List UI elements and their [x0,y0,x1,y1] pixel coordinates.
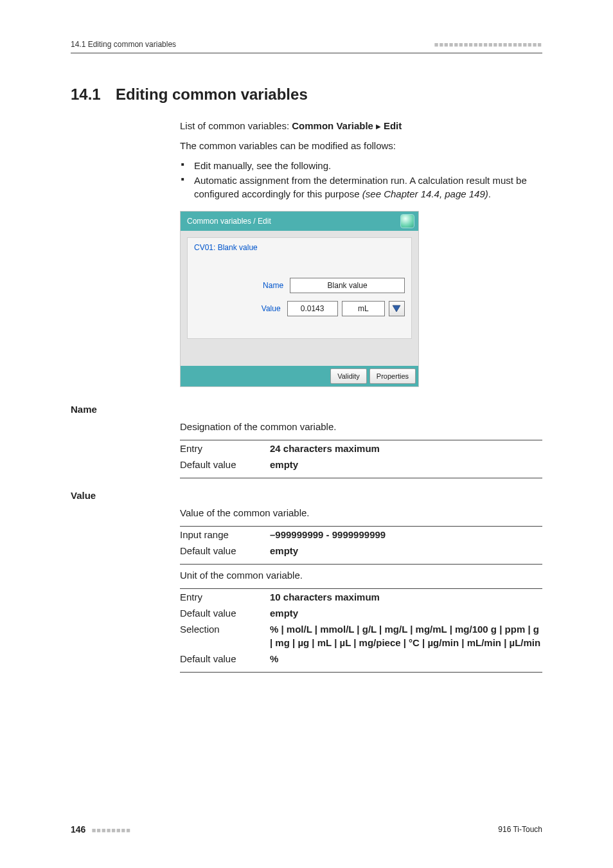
def-value: empty [270,545,298,556]
def-key: Selection [180,621,270,651]
back-button[interactable] [400,214,414,228]
section-title: Editing common variables [116,86,308,103]
table-row: Input range –999999999 - 9999999999 [180,527,542,543]
unit-input[interactable]: mL [342,301,385,316]
screenshot-footer: Validity Properties [181,366,418,386]
breadcrumb-separator-icon: ▶ [373,123,384,130]
value-input[interactable]: 0.0143 [287,301,338,316]
def-key: Input range [180,527,270,543]
def-table: Entry 10 characters maximum Default valu… [180,589,542,667]
def-table: Input range –999999999 - 9999999999 Defa… [180,527,542,559]
table-row: Default value empty [180,605,542,621]
cross-reference: (see Chapter 14.4, page 149) [362,188,488,199]
footer-product: 916 Ti-Touch [498,825,542,834]
table-row: Default value empty [180,457,542,473]
def-value: empty [270,608,298,619]
def-key: Default value [180,543,270,559]
param-desc: Value of the common variable. [180,506,542,520]
param-desc: Unit of the common variable. [180,568,542,582]
bullet-item: Automatic assignment from the determinat… [194,174,542,201]
intro-sentence: The common variables can be modified as … [180,139,542,152]
def-value: –999999999 - 9999999999 [270,529,386,540]
table-row: Entry 10 characters maximum [180,589,542,605]
def-value: % | mol/L | mmol/L | g/L | mg/L | mg/mL … [270,624,540,648]
field-label-name: Name [194,281,290,290]
def-key: Entry [180,440,270,457]
svg-marker-0 [393,305,400,312]
screenshot-title: Common variables / Edit [187,217,271,226]
chevron-down-icon [392,305,401,312]
def-value: 24 characters maximum [270,443,380,454]
section-number: 14.1 [71,86,116,104]
table-row: Selection % | mol/L | mmol/L | g/L | mg/… [180,621,542,651]
header-dashes: ■■■■■■■■■■■■■■■■■■■■■■ [434,41,542,48]
unit-dropdown-button[interactable] [389,301,405,316]
section-heading: 14.1Editing common variables [71,86,542,104]
footer-left: 146 ■■■■■■■■ [71,824,131,835]
def-value: % [270,653,278,664]
def-key: Entry [180,589,270,605]
page-number: 146 [71,824,85,835]
def-table: Entry 24 characters maximum Default valu… [180,440,542,473]
breadcrumb-prefix: List of common variables: [180,120,292,131]
def-value: 10 characters maximum [270,592,380,602]
def-rule [180,564,542,565]
screenshot-titlebar: Common variables / Edit [181,212,418,231]
def-key: Default value [180,605,270,621]
table-row: Default value % [180,651,542,667]
properties-button[interactable]: Properties [369,368,416,384]
table-row: Entry 24 characters maximum [180,440,542,457]
bullet-item: Edit manually, see the following. [194,159,542,172]
footer-dashes: ■■■■■■■■ [92,826,131,834]
def-key: Default value [180,651,270,667]
breadcrumb-part2: Edit [384,120,402,131]
name-input[interactable]: Blank value [290,278,405,293]
header-rule [71,53,542,53]
def-value: empty [270,459,298,470]
validity-button[interactable]: Validity [330,368,367,384]
table-row: Default value empty [180,543,542,559]
embedded-screenshot: Common variables / Edit CV01: Blank valu… [180,211,419,387]
param-desc: Designation of the common variable. [180,420,542,433]
field-label-value: Value [194,304,287,313]
def-rule [180,672,542,673]
running-title: 14.1 Editing common variables [71,40,176,49]
def-key: Default value [180,457,270,473]
cv-identifier: CV01: Blank value [194,243,405,252]
breadcrumb: List of common variables: Common Variabl… [180,119,542,132]
breadcrumb-part1: Common Variable [292,120,373,131]
def-rule [180,478,542,478]
param-heading-value: Value [71,490,542,501]
param-heading-name: Name [71,404,542,415]
